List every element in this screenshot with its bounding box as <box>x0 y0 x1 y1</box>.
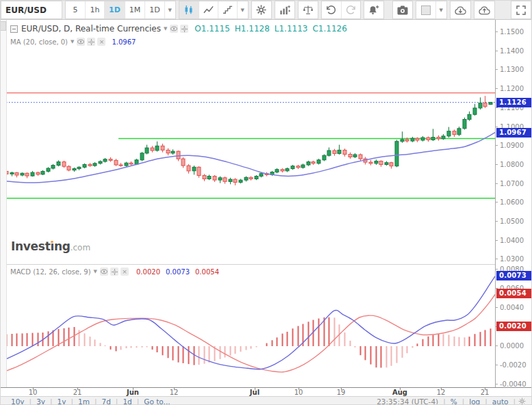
macd-visibility-icon[interactable] <box>100 267 108 276</box>
chart-type-candles[interactable] <box>179 1 199 18</box>
range-button-1m[interactable]: 1m <box>73 397 94 405</box>
timeframe-5[interactable]: 5 <box>66 1 85 18</box>
chart-settings-button[interactable] <box>252 1 271 18</box>
axis-tick-mark <box>496 127 498 127</box>
time-axis-label: Aug <box>392 389 407 396</box>
macd-value-0: 0.0020 <box>136 268 160 276</box>
axis-tick-mark <box>496 345 498 346</box>
axis-tick-label: -0.0020 <box>500 361 527 369</box>
timeframe-group: 51h1D1M1D▼ <box>65 1 176 19</box>
load-group <box>450 1 471 19</box>
timeframe-dropdown-caret-icon[interactable]: ▼ <box>164 1 175 18</box>
range-buttons: 10y|3y|1y|1m|7d|1d|Go to... <box>1 397 175 405</box>
range-button-1y[interactable]: 1y <box>53 397 71 405</box>
chart-type-dropdown-caret-icon[interactable]: ▼ <box>237 1 248 18</box>
time-axis-label: 10 <box>294 389 303 396</box>
axis-tick-label: 1.0600 <box>500 198 524 206</box>
save-group <box>474 1 495 19</box>
macd-settings-gear-icon[interactable] <box>110 267 118 276</box>
macd-delete-icon[interactable]: × <box>121 267 129 276</box>
scale-toggle-auto[interactable]: auto <box>487 397 514 405</box>
axis-tick-label: 1.0700 <box>500 179 524 187</box>
screenshot-button[interactable] <box>393 1 412 18</box>
chart-title[interactable]: EUR/USD, D, Real-time Currencies <box>21 24 161 34</box>
top-toolbar: EUR/USD51h1D1M1D▼▼▼ <box>1 1 532 20</box>
ma-delete-icon[interactable]: × <box>97 38 105 46</box>
axis-tick-mark <box>496 269 498 270</box>
price-axis[interactable]: 1.15001.14001.13001.12001.11001.10001.09… <box>495 20 532 387</box>
price-chart-canvas[interactable] <box>1 20 495 264</box>
macd-chart-canvas[interactable] <box>1 264 495 387</box>
symbol-group: EUR/USD <box>1 1 62 19</box>
background-color-caret-icon[interactable]: ▼ <box>435 1 446 18</box>
range-button-go-to-[interactable]: Go to... <box>139 397 175 405</box>
ma-settings-gear-icon[interactable] <box>87 38 95 46</box>
background-color-button[interactable] <box>416 1 435 18</box>
timeframe-1h[interactable]: 1h <box>85 1 104 18</box>
axis-tick-label: 0.0000 <box>500 342 524 350</box>
timeframe-1d[interactable]: 1D <box>104 1 125 18</box>
axis-tick-mark <box>496 145 498 146</box>
create-alert-button[interactable] <box>364 1 383 18</box>
macd-caret-icon[interactable]: ▼ <box>94 269 97 274</box>
compare-button[interactable] <box>299 1 318 18</box>
axis-tick-mark <box>496 69 498 70</box>
axis-tick-mark <box>496 183 498 184</box>
time-axis[interactable]: 1021Jun12Jul1019Aug1221 <box>1 387 532 396</box>
scale-toggle-log[interactable]: log <box>464 397 485 405</box>
range-button-1d[interactable]: 1d <box>118 397 136 405</box>
time-axis-label: 21 <box>73 389 82 396</box>
low-value: L1.1113 <box>275 24 308 34</box>
axis-tick-label: 1.0300 <box>500 255 524 263</box>
ma-caret-icon[interactable]: ▼ <box>71 39 74 44</box>
scale-toggle-%[interactable]: % <box>446 397 462 405</box>
fullscreen-button[interactable] <box>511 1 531 18</box>
snapshot-group <box>392 1 413 19</box>
chart-title-caret-icon[interactable]: ▼ <box>164 26 167 31</box>
history-group <box>321 1 361 19</box>
redo-button[interactable] <box>341 1 360 18</box>
axis-tick-mark <box>496 202 498 202</box>
bottom-settings-gear-icon[interactable] <box>516 397 529 405</box>
drawing-toolbar-handle-icon[interactable] <box>1 21 6 31</box>
macd-label[interactable]: MACD (12, 26, close, 9) <box>10 268 91 276</box>
time-axis-label: Jun <box>127 389 139 396</box>
drawing-toolbar-collapsed[interactable] <box>1 20 7 387</box>
axis-tick-label: 1.1500 <box>500 28 524 36</box>
axis-tick-mark <box>496 221 498 222</box>
visibility-icon[interactable] <box>170 25 178 33</box>
bottom-toolbar: 10y|3y|1y|1m|7d|1d|Go to... 23:35:34 (UT… <box>1 396 532 405</box>
undo-button[interactable] <box>322 1 341 18</box>
macd-badge-0: 0.0073 <box>496 271 532 280</box>
load-chart-button[interactable] <box>451 1 470 18</box>
indicators-button[interactable] <box>275 1 294 18</box>
chart-type-step[interactable] <box>218 1 237 18</box>
macd-value-2: 0.0054 <box>195 268 219 276</box>
ma-label[interactable]: MA (20, close, 0) <box>10 38 68 46</box>
time-axis-label: 12 <box>437 389 446 396</box>
high-value: H1.1128 <box>235 24 270 34</box>
axis-tick-label: 1.0800 <box>500 160 524 168</box>
axis-tick-mark <box>496 259 498 259</box>
macd-value-1: 0.0073 <box>166 268 190 276</box>
chart-type-line[interactable] <box>199 1 218 18</box>
ma-visibility-icon[interactable] <box>77 38 85 46</box>
range-button-7d[interactable]: 7d <box>97 397 116 405</box>
series-settings-gear-icon[interactable] <box>180 25 188 33</box>
timeframe-1d-2[interactable]: 1D <box>144 1 164 18</box>
time-axis-label: Jul <box>250 389 259 396</box>
timeframe-1m[interactable]: 1M <box>125 1 145 18</box>
chart-type-group: ▼ <box>179 1 249 19</box>
axis-tick-mark <box>496 88 498 89</box>
collapse-pane-icon[interactable] <box>10 25 18 33</box>
clock-display[interactable]: 23:35:34 (UTC-4) <box>372 397 443 405</box>
range-button-3y[interactable]: 3y <box>31 397 50 405</box>
ma-indicator-row: MA (20, close, 0) ▼ × 1.0967 <box>10 38 136 46</box>
symbol-input[interactable]: EUR/USD <box>1 1 62 18</box>
range-button-10y[interactable]: 10y <box>6 397 29 405</box>
save-chart-button[interactable] <box>474 1 494 18</box>
axis-tick-mark <box>496 365 498 365</box>
axis-tick-label: -0.0040 <box>500 380 527 388</box>
open-value: O1.1115 <box>194 24 229 34</box>
compare-group <box>298 1 318 19</box>
